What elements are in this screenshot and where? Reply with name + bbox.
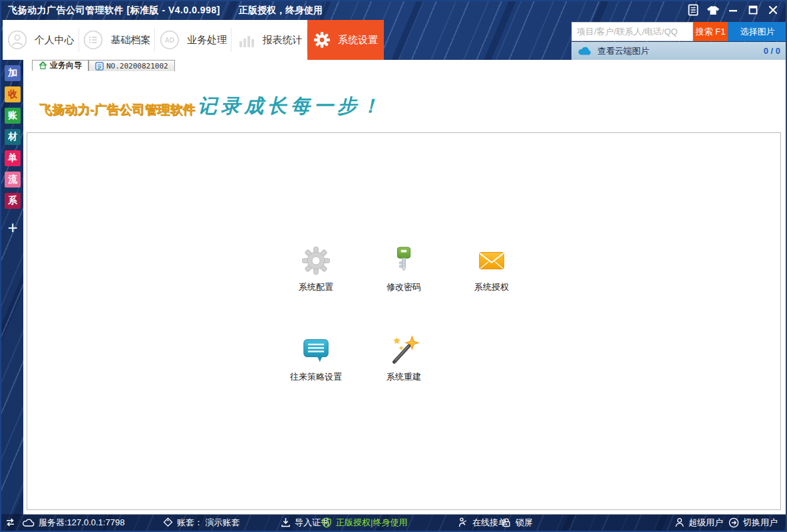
ad-circle-icon: AD (160, 30, 180, 50)
import-icon (281, 517, 291, 527)
wizard-item-system-rebuild[interactable]: 系统重建 (360, 334, 448, 383)
lock-screen-label: 锁屏 (516, 517, 533, 529)
nav-item-personal-center[interactable]: 个人中心 (3, 20, 79, 60)
account-set-status: 账套： 演示账套 (163, 514, 240, 531)
minimize-icon[interactable] (723, 2, 743, 18)
lock-icon (502, 517, 512, 527)
person-circle-icon (7, 30, 27, 50)
maximize-icon[interactable] (743, 2, 763, 18)
app-window: 飞扬动力广告公司管理软件 [标准版 - V4.0.0.998] 正版授权，终身使… (0, 0, 787, 532)
title-bar: 飞扬动力广告公司管理软件 [标准版 - V4.0.0.998] 正版授权，终身使… (1, 1, 786, 20)
brand-logo-text: 飞扬动力-广告公司管理软件 (39, 101, 195, 118)
search-input[interactable] (571, 22, 693, 41)
sidebar-item-receive[interactable]: 收 (5, 86, 21, 102)
cloud-bar-label: 查看云端图片 (597, 45, 649, 57)
window-title: 飞扬动力广告公司管理软件 [标准版 - V4.0.0.998] (8, 5, 220, 17)
license-label: 正版授权|终身使用 (336, 517, 407, 529)
operator-icon (458, 517, 468, 527)
sidebar-item-order[interactable]: 单 (5, 150, 21, 166)
notes-icon[interactable] (683, 2, 703, 18)
online-orders-button[interactable]: 在线接单 (458, 514, 507, 531)
license-status: 正版授权|终身使用 (321, 514, 407, 531)
home-icon (39, 61, 47, 70)
cloud-icon (578, 47, 591, 55)
sidebar-item-material[interactable]: 材 (5, 129, 21, 145)
wizard-item-contact-policy[interactable]: 往来策略设置 (272, 334, 360, 383)
wizard-item-system-license[interactable]: 系统授权 (448, 245, 536, 293)
nav-item-business[interactable]: AD 业务处理 (155, 20, 232, 60)
nav-item-reports[interactable]: 报表统计 (232, 20, 308, 60)
nav-label: 个人中心 (35, 34, 75, 47)
brand-slogan: 记录成长每一步！ (198, 93, 384, 120)
list-circle-icon (83, 30, 103, 50)
sidebar-item-system[interactable]: 系 (5, 193, 21, 209)
sidebar-add-button[interactable]: + (5, 219, 21, 235)
sidebar-item-add[interactable]: 加 (5, 65, 21, 81)
wizard-item-label: 系统配置 (299, 281, 333, 293)
key-icon (388, 245, 420, 277)
bar-chart-icon (237, 31, 255, 49)
wizard-item-change-password[interactable]: 修改密码 (360, 245, 448, 293)
tab-business-wizard[interactable]: 业务向导 (32, 60, 88, 71)
wizard-row-2: 往来策略设置 系统重建 (272, 334, 536, 383)
nav-label: 基础档案 (110, 34, 150, 47)
quick-sidebar: 加 收 账 材 单 流 系 + (5, 65, 21, 235)
svg-text:AD: AD (165, 37, 174, 44)
window-controls (683, 1, 783, 19)
document-tabs: 业务向导 NO.20200821002 (32, 60, 175, 71)
main-nav: 个人中心 基础档案 AD 业务处理 报表统计 (3, 20, 384, 60)
switch-user-button[interactable]: 切换用户 (728, 514, 778, 531)
skin-icon[interactable] (703, 2, 723, 18)
current-user-button[interactable]: 超级用户 (675, 514, 723, 531)
status-bar: 服务器:127.0.0.1:7798 账套： 演示账套 导入证书 正版授权|终身… (1, 514, 786, 531)
current-user-label: 超级用户 (689, 517, 723, 529)
wizard-item-system-config[interactable]: 系统配置 (272, 245, 360, 293)
user-icon (675, 517, 685, 527)
nav-label: 系统设置 (338, 34, 378, 47)
close-icon[interactable] (763, 2, 783, 18)
lock-screen-button[interactable]: 锁屏 (502, 514, 533, 531)
tab-label: 业务向导 (50, 60, 82, 71)
cloud-image-count: 0 / 0 (764, 46, 780, 56)
wizard-panel: 系统配置 (27, 132, 781, 510)
view-cloud-images-bar[interactable]: 查看云端图片 0 / 0 (571, 42, 787, 60)
sidebar-item-account[interactable]: 账 (5, 108, 21, 124)
magic-wand-icon (388, 334, 420, 366)
tag-icon (163, 517, 173, 527)
gear-gray-icon (300, 245, 332, 277)
search-button[interactable]: 搜索 F1 (693, 22, 728, 41)
main-content: 业务向导 NO.20200821002 飞扬动力-广告公司管理软件 记录成长每一… (23, 60, 787, 515)
nav-label: 业务处理 (187, 34, 227, 47)
gear-icon (313, 31, 331, 49)
envelope-icon (476, 245, 508, 277)
select-image-button[interactable]: 选择图片 (728, 22, 787, 41)
wizard-item-label: 修改密码 (387, 281, 421, 293)
wizard-item-label: 系统授权 (474, 281, 509, 293)
nav-item-system-settings[interactable]: 系统设置 (307, 20, 384, 60)
switch-user-icon (728, 517, 739, 528)
wizard-item-label: 系统重建 (387, 371, 421, 383)
window-title-license: 正版授权，终身使用 (239, 5, 323, 17)
wizard-row-1: 系统配置 (272, 245, 536, 293)
tab-order-document[interactable]: NO.20200821002 (88, 60, 175, 71)
switch-user-label: 切换用户 (743, 517, 778, 529)
shield-icon (321, 517, 332, 528)
server-status: 服务器:127.0.0.1:7798 (23, 514, 124, 531)
tab-label: NO.20200821002 (106, 62, 168, 70)
wizard-grid: 系统配置 (27, 245, 780, 383)
sync-arrows-icon (5, 514, 15, 531)
checklist-icon (95, 62, 104, 70)
nav-label: 报表统计 (263, 34, 303, 47)
sidebar-item-flow[interactable]: 流 (5, 172, 21, 188)
cloud-outline-icon (23, 519, 35, 527)
account-set-label: 账套： 演示账套 (177, 517, 240, 529)
wizard-item-label: 往来策略设置 (290, 371, 342, 383)
server-address: 服务器:127.0.0.1:7798 (39, 517, 124, 529)
nav-item-basic-files[interactable]: 基础档案 (79, 20, 156, 60)
chat-bubble-icon (300, 334, 332, 366)
